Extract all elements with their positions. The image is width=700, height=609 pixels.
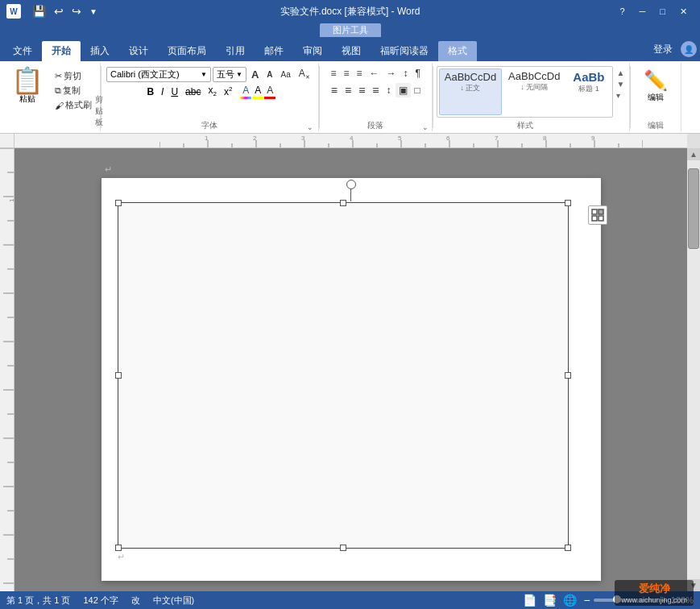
- italic-button[interactable]: I: [158, 85, 167, 98]
- style-no-spacing[interactable]: AaBbCcDd ↓ 无间隔: [503, 68, 565, 115]
- scroll-thumb[interactable]: [688, 168, 699, 249]
- paste-button[interactable]: 📋 粘贴: [5, 66, 50, 106]
- document-scroll-area[interactable]: ↵: [14, 148, 687, 591]
- format-painter-button[interactable]: 🖌 格式刷: [52, 98, 95, 112]
- font-size-selector[interactable]: 五号 ▼: [213, 67, 246, 82]
- layout-icon: [591, 209, 604, 222]
- paragraph-group-label: 段落: [367, 120, 383, 131]
- handle-bottom-right[interactable]: [565, 545, 571, 551]
- align-right-button[interactable]: ≡: [355, 82, 368, 98]
- bold-button[interactable]: B: [143, 85, 157, 98]
- paragraph-group-expand[interactable]: ⌄: [422, 123, 429, 131]
- style-heading1[interactable]: AaBb 标题 1: [566, 68, 611, 115]
- align-center-button[interactable]: ≡: [342, 82, 354, 98]
- style-normal-name: ↓ 正文: [460, 83, 480, 93]
- change-case-button[interactable]: Aa: [278, 68, 294, 81]
- text-effects-button[interactable]: A: [240, 85, 251, 99]
- styles-more[interactable]: ▾: [615, 90, 626, 101]
- scroll-up-button[interactable]: ▲: [687, 148, 700, 160]
- strikethrough-button[interactable]: abc: [182, 85, 204, 98]
- handle-top-right[interactable]: [565, 200, 571, 206]
- editing-button[interactable]: ✏️ 编辑: [637, 66, 674, 106]
- clear-format-button[interactable]: A✕: [296, 66, 313, 82]
- line-spacing-button[interactable]: ↕: [383, 83, 395, 97]
- handle-top-center[interactable]: [340, 200, 346, 206]
- image-container[interactable]: [118, 202, 585, 549]
- image-frame[interactable]: [118, 202, 569, 549]
- font-family-selector[interactable]: Calibri (西文正文) ▼: [106, 67, 211, 82]
- document-area-wrapper: 1 2 3 4 5 6: [0, 134, 700, 591]
- tab-file[interactable]: 文件: [3, 41, 42, 61]
- view-reading-button[interactable]: 📑: [543, 594, 557, 607]
- styles-gallery: AaBbCcDd ↓ 正文 AaBbCcDd ↓ 无间隔 AaBb 标题 1: [437, 66, 614, 118]
- styles-scroll-down[interactable]: ▼: [615, 79, 626, 89]
- copy-button[interactable]: ⧉ 复制: [52, 84, 95, 97]
- handle-bottom-center[interactable]: [340, 545, 346, 551]
- format-painter-icon: 🖌: [55, 101, 64, 110]
- view-web-button[interactable]: 🌐: [563, 594, 577, 607]
- svg-text:1: 1: [205, 135, 209, 142]
- user-avatar[interactable]: 👤: [681, 41, 697, 57]
- multilevel-list-button[interactable]: ≡: [354, 66, 366, 81]
- document-page: ↵: [101, 178, 601, 581]
- numbered-list-button[interactable]: ≡: [341, 66, 353, 81]
- tab-review[interactable]: 审阅: [293, 41, 332, 61]
- handle-middle-right[interactable]: [565, 372, 571, 379]
- shrink-font-button[interactable]: A: [263, 68, 275, 81]
- handle-top-left[interactable]: [115, 200, 122, 206]
- tab-format[interactable]: 格式: [438, 41, 477, 61]
- bullets-button[interactable]: ≡: [328, 66, 340, 81]
- font-group-expand[interactable]: ⌄: [307, 123, 313, 131]
- handle-middle-left[interactable]: [115, 372, 122, 379]
- vertical-scrollbar[interactable]: ▲ ▼: [687, 148, 700, 591]
- justify-button[interactable]: ≡: [369, 82, 382, 98]
- help-button[interactable]: ?: [613, 5, 631, 18]
- tab-page-layout[interactable]: 页面布局: [158, 41, 216, 61]
- tab-design[interactable]: 设计: [119, 41, 158, 61]
- cut-button[interactable]: ✂ 剪切: [52, 69, 95, 83]
- page-count: 第 1 页，共 1 页: [6, 594, 70, 607]
- styles-group-label: 样式: [437, 120, 614, 131]
- decrease-indent-button[interactable]: ←: [367, 66, 383, 81]
- title-bar: W 💾 ↩ ↪ ▼ 实验文件.docx [兼容模式] - Word ? ─ □ …: [0, 0, 700, 23]
- subscript-button[interactable]: x2: [205, 84, 219, 98]
- zoom-out-button[interactable]: −: [583, 594, 590, 607]
- quick-access-dropdown[interactable]: ▼: [86, 6, 101, 18]
- font-color-button[interactable]: A: [264, 85, 275, 99]
- image-layout-button[interactable]: [588, 205, 607, 225]
- minimize-button[interactable]: ─: [633, 5, 652, 18]
- borders-button[interactable]: □: [412, 83, 424, 97]
- increase-indent-button[interactable]: →: [383, 66, 400, 81]
- view-normal-button[interactable]: 📄: [523, 594, 536, 607]
- sort-button[interactable]: ↕: [400, 66, 412, 81]
- tab-foxit[interactable]: 福昕阅读器: [371, 41, 438, 61]
- highlight-button[interactable]: A: [252, 85, 263, 99]
- rotate-handle[interactable]: [346, 180, 356, 189]
- underline-button[interactable]: U: [168, 85, 181, 98]
- undo-button[interactable]: ↩: [51, 3, 67, 19]
- word-count: 142 个字: [83, 594, 118, 607]
- tab-insert[interactable]: 插入: [81, 41, 119, 61]
- tab-view[interactable]: 视图: [332, 41, 371, 61]
- word-icon: W: [6, 4, 21, 19]
- ruler-area: 1 2 3 4 5 6: [0, 134, 700, 148]
- shading-button[interactable]: ▣: [396, 83, 411, 97]
- grow-font-button[interactable]: A: [248, 67, 262, 82]
- tab-home[interactable]: 开始: [42, 41, 81, 61]
- close-button[interactable]: ✕: [673, 5, 694, 19]
- maximize-button[interactable]: □: [653, 5, 672, 18]
- signin-button[interactable]: 登录: [645, 39, 681, 60]
- tab-references[interactable]: 引用: [216, 41, 255, 61]
- style-normal[interactable]: AaBbCcDd ↓ 正文: [439, 68, 502, 115]
- svg-text:1: 1: [8, 198, 14, 202]
- save-button[interactable]: 💾: [29, 3, 49, 19]
- superscript-button[interactable]: x2: [221, 85, 235, 98]
- styles-scroll-up[interactable]: ▲: [615, 68, 626, 78]
- tab-mailings[interactable]: 邮件: [255, 41, 293, 61]
- redo-button[interactable]: ↪: [68, 3, 85, 19]
- handle-bottom-left[interactable]: [115, 545, 122, 551]
- align-left-button[interactable]: ≡: [328, 82, 341, 98]
- scroll-track[interactable]: [687, 160, 700, 579]
- editing-group-label: 编辑: [648, 120, 664, 131]
- show-formatting-button[interactable]: ¶: [412, 66, 424, 81]
